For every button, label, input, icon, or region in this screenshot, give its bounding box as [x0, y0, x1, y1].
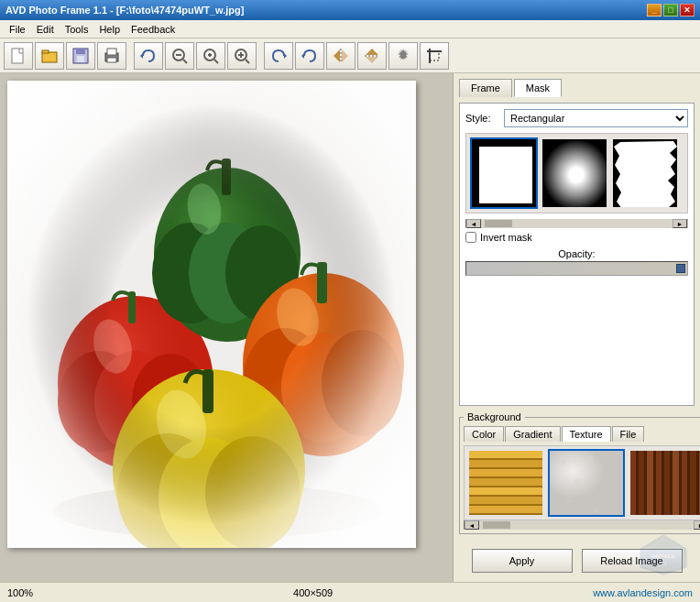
svg-line-12	[183, 60, 187, 63]
settings-button[interactable]	[388, 42, 418, 70]
mask-thumb-rough[interactable]	[611, 137, 679, 209]
svg-rect-86	[469, 513, 544, 515]
save-button[interactable]	[66, 42, 95, 70]
crop-button[interactable]	[420, 42, 449, 70]
bg-scroll-thumb[interactable]	[483, 521, 510, 529]
svg-marker-24	[342, 49, 348, 62]
svg-point-94	[602, 489, 607, 495]
texture-bamboo[interactable]	[467, 449, 544, 517]
svg-rect-102	[647, 451, 653, 517]
invert-mask-checkbox[interactable]	[465, 232, 476, 243]
bg-tab-gradient[interactable]: Gradient	[505, 426, 560, 442]
zoom-level: 100%	[7, 587, 33, 598]
invert-mask-row: Invert mask	[465, 232, 688, 243]
svg-rect-76	[469, 467, 544, 469]
menu-tools[interactable]: Tools	[60, 22, 94, 37]
tab-bar: Frame Mask	[459, 79, 695, 97]
svg-rect-1	[42, 52, 57, 62]
tab-mask[interactable]: Mask	[514, 79, 562, 97]
tab-content: Style: Rectangular Oval Soft Edge Rough …	[459, 103, 695, 406]
texture-wood[interactable]	[629, 449, 700, 517]
apply-button[interactable]: Apply	[472, 549, 573, 573]
flip-h-button[interactable]	[326, 42, 355, 70]
watermark: INSTALU .CZ	[636, 531, 691, 578]
svg-rect-84	[469, 504, 544, 506]
thumbnail-scrollbar[interactable]: ◄ ►	[465, 219, 688, 228]
bg-scroll-left[interactable]: ◄	[465, 520, 479, 530]
website-link: www.avlandesign.com	[593, 587, 693, 598]
opacity-label: Opacity:	[465, 248, 688, 259]
svg-rect-105	[662, 451, 664, 517]
svg-rect-87	[469, 515, 544, 517]
svg-marker-23	[334, 49, 340, 62]
svg-marker-27	[366, 57, 378, 63]
mask-thumb-rectangular[interactable]	[470, 137, 538, 209]
opacity-handle[interactable]	[676, 264, 685, 273]
svg-point-91	[588, 455, 594, 461]
bg-tab-texture[interactable]: Texture	[562, 426, 611, 442]
title-text: AVD Photo Frame 1.1 - [F:\foto\47474puWT…	[5, 5, 244, 16]
menu-file[interactable]: File	[4, 22, 31, 37]
scroll-left-button[interactable]: ◄	[466, 219, 481, 228]
svg-rect-109	[679, 451, 682, 517]
svg-rect-0	[12, 49, 23, 63]
scroll-right-button[interactable]: ►	[673, 219, 687, 228]
svg-text:INSTALU: INSTALU	[651, 553, 675, 559]
image-canvas	[7, 81, 416, 548]
menu-help[interactable]: Help	[93, 22, 126, 37]
svg-rect-112	[690, 451, 696, 517]
svg-rect-108	[673, 451, 679, 517]
bg-tab-color[interactable]: Color	[464, 426, 504, 442]
svg-marker-26	[366, 49, 378, 55]
menu-edit[interactable]: Edit	[31, 22, 60, 37]
style-select[interactable]: Rectangular Oval Soft Edge Rough Edge	[504, 109, 688, 127]
svg-rect-77	[469, 469, 544, 476]
zoom-fit-button[interactable]	[196, 42, 225, 70]
svg-marker-9	[140, 53, 143, 59]
close-button[interactable]: ✕	[680, 4, 695, 16]
svg-rect-99	[636, 451, 639, 517]
opacity-row: Opacity:	[465, 248, 688, 276]
menu-feedback[interactable]: Feedback	[126, 22, 180, 37]
main-area: Frame Mask Style: Rectangular Oval Soft …	[0, 73, 700, 582]
svg-rect-85	[469, 506, 544, 513]
print-button[interactable]	[97, 42, 126, 70]
opacity-slider[interactable]	[465, 261, 688, 276]
svg-rect-69	[542, 139, 608, 209]
scroll-track	[481, 219, 673, 228]
new-button[interactable]	[4, 42, 33, 70]
menu-bar: File Edit Tools Help Feedback	[0, 20, 700, 38]
svg-rect-8	[107, 58, 116, 62]
pepper-image	[7, 81, 416, 548]
minimize-button[interactable]: _	[647, 4, 662, 16]
undo-button[interactable]	[134, 42, 163, 70]
bg-scroll-right[interactable]: ►	[694, 520, 700, 530]
background-group: Background Color Gradient Texture File	[459, 411, 700, 534]
open-button[interactable]	[35, 42, 64, 70]
mask-thumb-soft[interactable]	[541, 137, 608, 209]
bg-tab-file[interactable]: File	[612, 426, 645, 442]
maximize-button[interactable]: □	[663, 4, 678, 16]
svg-rect-107	[670, 451, 673, 517]
svg-rect-110	[682, 451, 687, 517]
peppers-background	[7, 81, 416, 548]
image-dimensions: 400×509	[293, 587, 333, 598]
zoom-in-button[interactable]	[227, 42, 257, 70]
rotate-cw-button[interactable]	[295, 42, 324, 70]
svg-rect-79	[469, 478, 544, 486]
tab-frame[interactable]: Frame	[459, 79, 512, 97]
svg-rect-98	[630, 451, 636, 517]
svg-rect-2	[42, 50, 49, 53]
right-panel: Frame Mask Style: Rectangular Oval Soft …	[453, 73, 700, 582]
svg-rect-74	[469, 458, 544, 460]
zoom-out-button[interactable]	[165, 42, 194, 70]
flip-v-button[interactable]	[357, 42, 387, 70]
svg-rect-103	[653, 451, 656, 517]
svg-rect-7	[107, 49, 116, 55]
svg-point-96	[593, 508, 598, 513]
scroll-thumb[interactable]	[485, 220, 512, 227]
background-scrollbar[interactable]: ◄ ►	[464, 520, 700, 530]
rotate-ccw-button[interactable]	[264, 42, 293, 70]
status-bar: 100% 400×509 www.avlandesign.com	[0, 582, 700, 602]
texture-stone[interactable]	[548, 449, 625, 517]
